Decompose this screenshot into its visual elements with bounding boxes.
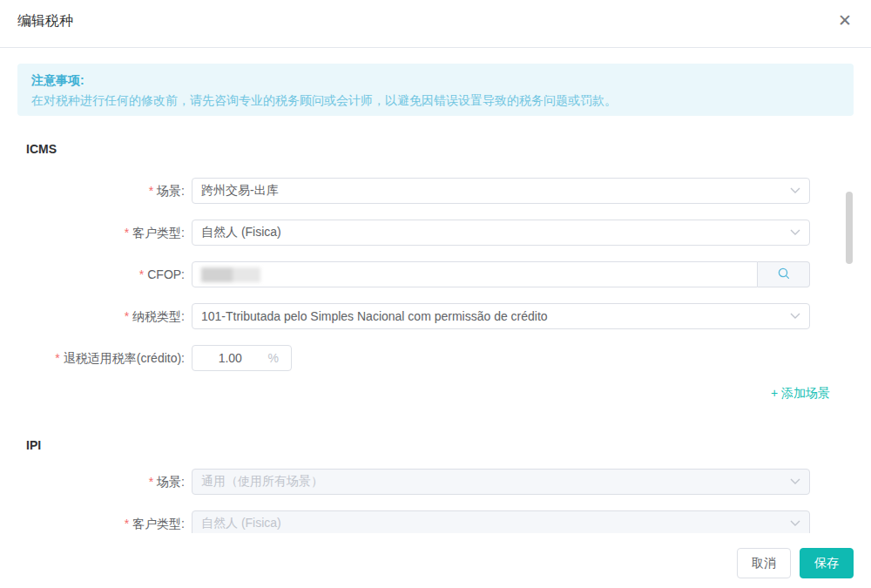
field-label-customer-type: *客户类型:: [0, 220, 185, 246]
icms-cfop-input[interactable]: [192, 261, 758, 287]
icms-customer-type-value: 自然人 (Fisica): [201, 225, 281, 240]
ipi-customer-type-value: 自然人 (Fisica): [201, 516, 281, 531]
icms-scene-select[interactable]: 跨州交易-出库: [192, 178, 810, 204]
edit-tax-dialog: 编辑税种 ✕ 注意事项: 在对税种进行任何的修改前，请先咨询专业的税务顾问或会计…: [0, 0, 871, 588]
form-row-icms-tax-type: *纳税类型: 101-Ttributada pelo Simples Nacio…: [0, 303, 819, 329]
required-mark: *: [139, 267, 144, 281]
required-mark: *: [149, 475, 153, 489]
percent-suffix: %: [268, 351, 291, 365]
icms-tax-type-select[interactable]: 101-Ttributada pelo Simples Nacional com…: [192, 303, 810, 329]
field-label-ipi-scene: *场景:: [0, 469, 185, 495]
ipi-scene-select[interactable]: 通用（使用所有场景）: [192, 469, 810, 495]
chevron-down-icon: [790, 187, 800, 194]
dialog-body: 注意事项: 在对税种进行任何的修改前，请先咨询专业的税务顾问或会计师，以避免因错…: [0, 48, 871, 533]
section-title-ipi: IPI: [26, 438, 41, 452]
section-title-icms: ICMS: [26, 142, 57, 156]
notice-body: 在对税种进行任何的修改前，请先咨询专业的税务顾问或会计师，以避免因错误设置导致的…: [31, 91, 840, 111]
chevron-down-icon: [790, 478, 800, 485]
redacted-value: [201, 267, 260, 282]
cfop-search-button[interactable]: [758, 261, 810, 287]
icms-customer-type-select[interactable]: 自然人 (Fisica): [192, 220, 810, 246]
required-mark: *: [149, 184, 153, 198]
form-row-ipi-scene: *场景: 通用（使用所有场景）: [0, 469, 819, 495]
ipi-scene-value: 通用（使用所有场景）: [201, 474, 323, 490]
dialog-footer: 取消 保存: [0, 533, 871, 588]
notice-box: 注意事项: 在对税种进行任何的修改前，请先咨询专业的税务顾问或会计师，以避免因错…: [17, 64, 854, 116]
dialog-header: 编辑税种 ✕: [0, 0, 871, 48]
required-mark: *: [125, 309, 129, 323]
icms-scene-value: 跨州交易-出库: [201, 183, 279, 199]
dialog-title: 编辑税种: [17, 12, 73, 30]
form-row-icms-cfop: *CFOP:: [0, 261, 819, 287]
required-mark: *: [125, 226, 129, 240]
chevron-down-icon: [790, 313, 800, 320]
field-label-tax-type: *纳税类型:: [0, 303, 185, 329]
add-scene-link[interactable]: + 添加场景: [771, 386, 830, 402]
notice-title: 注意事项:: [31, 71, 840, 91]
required-mark: *: [125, 517, 129, 531]
field-label-credit-rate: *退税适用税率(crédito):: [0, 345, 185, 371]
ipi-customer-type-select[interactable]: 自然人 (Fisica): [192, 510, 810, 533]
scrollbar-thumb[interactable]: [846, 192, 853, 264]
chevron-down-icon: [790, 229, 800, 236]
form-row-icms-customer-type: *客户类型: 自然人 (Fisica): [0, 220, 819, 246]
field-label-ipi-customer-type: *客户类型:: [0, 510, 185, 533]
credit-rate-value: 1.00: [192, 351, 268, 365]
icms-tax-type-value: 101-Ttributada pelo Simples Nacional com…: [201, 309, 548, 323]
form-row-ipi-customer-type: *客户类型: 自然人 (Fisica): [0, 510, 819, 533]
field-label-cfop: *CFOP:: [0, 261, 185, 287]
form-row-icms-scene: *场景: 跨州交易-出库: [0, 178, 819, 204]
field-label-scene: *场景:: [0, 178, 185, 204]
save-button[interactable]: 保存: [800, 548, 854, 578]
search-icon: [777, 267, 791, 283]
required-mark: *: [55, 351, 59, 365]
form-row-icms-credit-rate: *退税适用税率(crédito): 1.00 %: [0, 345, 819, 371]
icms-credit-rate-input[interactable]: 1.00 %: [192, 345, 292, 371]
close-icon[interactable]: ✕: [833, 9, 857, 33]
cancel-button[interactable]: 取消: [737, 548, 791, 578]
chevron-down-icon: [790, 520, 800, 527]
